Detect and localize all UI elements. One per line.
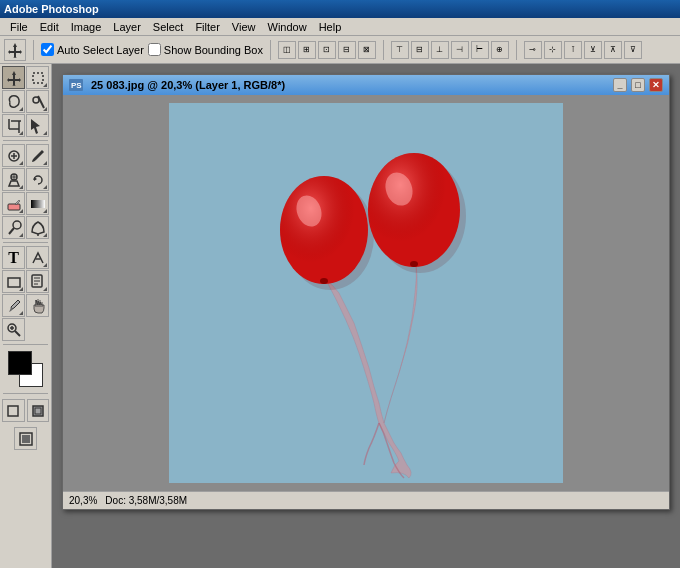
heal-tool[interactable] bbox=[2, 144, 25, 167]
transform-btn-5[interactable]: ⊠ bbox=[358, 41, 376, 59]
eyedropper-tool[interactable] bbox=[2, 294, 25, 317]
tool-row-3 bbox=[2, 114, 49, 137]
distrib-btn-1[interactable]: ⊸ bbox=[524, 41, 542, 59]
distrib-btn-2[interactable]: ⊹ bbox=[544, 41, 562, 59]
svg-rect-2 bbox=[33, 73, 43, 83]
notes-tool[interactable] bbox=[26, 270, 49, 293]
magic-wand-tool[interactable] bbox=[26, 90, 49, 113]
quick-mask-btn[interactable] bbox=[27, 399, 50, 422]
transform-btn-4[interactable]: ⊟ bbox=[338, 41, 356, 59]
text-tool[interactable]: T bbox=[2, 246, 25, 269]
photo-canvas[interactable] bbox=[169, 103, 563, 483]
svg-marker-0 bbox=[8, 43, 22, 58]
tool-row-10 bbox=[2, 294, 49, 317]
marquee-tool[interactable] bbox=[26, 66, 49, 89]
align-btn-group: ⊤ ⊟ ⊥ ⊣ ⊢ ⊕ bbox=[391, 41, 509, 59]
doc-close-btn[interactable]: ✕ bbox=[649, 78, 663, 92]
lasso-tool[interactable] bbox=[2, 90, 25, 113]
path-select-tool[interactable] bbox=[26, 246, 49, 269]
history-brush-tool[interactable] bbox=[26, 168, 49, 191]
gradient-tool[interactable] bbox=[26, 192, 49, 215]
align-btn-6[interactable]: ⊕ bbox=[491, 41, 509, 59]
move-tool-options-icon[interactable] bbox=[4, 39, 26, 61]
balloon-image bbox=[169, 103, 563, 483]
svg-marker-1 bbox=[7, 71, 21, 86]
distrib-btn-4[interactable]: ⊻ bbox=[584, 41, 602, 59]
options-separator-2 bbox=[270, 40, 271, 60]
svg-rect-17 bbox=[8, 204, 20, 210]
transform-btn-2[interactable]: ⊞ bbox=[298, 41, 316, 59]
toolbox-sep-1 bbox=[3, 140, 48, 141]
toolbox-sep-3 bbox=[3, 344, 48, 345]
doc-restore-btn[interactable]: □ bbox=[631, 78, 645, 92]
quick-mask-area bbox=[2, 399, 49, 422]
menu-item-filter[interactable]: Filter bbox=[189, 20, 225, 34]
crop-tool[interactable] bbox=[2, 114, 25, 137]
svg-rect-18 bbox=[31, 200, 45, 208]
auto-select-checkbox[interactable] bbox=[41, 43, 54, 56]
menu-item-window[interactable]: Window bbox=[262, 20, 313, 34]
svg-rect-23 bbox=[8, 278, 20, 287]
shape-tool[interactable] bbox=[2, 270, 25, 293]
bounding-box-checkbox[interactable] bbox=[148, 43, 161, 56]
tool-row-2 bbox=[2, 90, 49, 113]
tool-row-4 bbox=[2, 144, 49, 167]
distrib-btn-3[interactable]: ⊺ bbox=[564, 41, 582, 59]
distrib-btn-group: ⊸ ⊹ ⊺ ⊻ ⊼ ⊽ bbox=[524, 41, 642, 59]
app-title-bar: Adobe Photoshop bbox=[0, 0, 680, 18]
pen-tool[interactable] bbox=[26, 216, 49, 239]
auto-select-label: Auto Select Layer bbox=[57, 44, 144, 56]
canvas-container: PS 25 083.jpg @ 20,3% (Layer 1, RGB/8*) … bbox=[52, 64, 680, 568]
transform-btn-1[interactable]: ◫ bbox=[278, 41, 296, 59]
zoom-tool[interactable] bbox=[2, 318, 25, 341]
svg-rect-39 bbox=[169, 103, 563, 483]
brush-tool[interactable] bbox=[26, 144, 49, 167]
doc-minimize-btn[interactable]: _ bbox=[613, 78, 627, 92]
slice-tool[interactable] bbox=[26, 114, 49, 137]
toolbox-sep-2 bbox=[3, 242, 48, 243]
distrib-btn-5[interactable]: ⊼ bbox=[604, 41, 622, 59]
align-btn-2[interactable]: ⊟ bbox=[411, 41, 429, 59]
svg-point-47 bbox=[368, 153, 460, 267]
transform-btn-group: ◫ ⊞ ⊡ ⊟ ⊠ bbox=[278, 41, 376, 59]
hand-tool[interactable] bbox=[26, 294, 49, 317]
app-title: Adobe Photoshop bbox=[4, 3, 676, 15]
document-title-bar: PS 25 083.jpg @ 20,3% (Layer 1, RGB/8*) … bbox=[63, 75, 669, 95]
toolbox: T bbox=[0, 64, 52, 568]
clone-tool[interactable] bbox=[2, 168, 25, 191]
menu-item-edit[interactable]: Edit bbox=[34, 20, 65, 34]
document-window: PS 25 083.jpg @ 20,3% (Layer 1, RGB/8*) … bbox=[62, 74, 670, 510]
options-separator-4 bbox=[516, 40, 517, 60]
standard-mode-btn[interactable] bbox=[2, 399, 25, 422]
svg-point-42 bbox=[280, 176, 368, 284]
svg-line-29 bbox=[15, 331, 20, 336]
svg-point-19 bbox=[13, 221, 21, 229]
align-btn-1[interactable]: ⊤ bbox=[391, 41, 409, 59]
auto-select-group: Auto Select Layer bbox=[41, 43, 144, 56]
bounding-box-label: Show Bounding Box bbox=[164, 44, 263, 56]
svg-line-20 bbox=[9, 228, 14, 234]
toolbox-sep-4 bbox=[3, 393, 48, 394]
transform-btn-3[interactable]: ⊡ bbox=[318, 41, 336, 59]
svg-point-44 bbox=[320, 278, 328, 284]
screen-mode-btn[interactable] bbox=[14, 427, 37, 450]
menu-item-view[interactable]: View bbox=[226, 20, 262, 34]
menu-item-file[interactable]: File bbox=[4, 20, 34, 34]
menu-item-image[interactable]: Image bbox=[65, 20, 108, 34]
eraser-tool[interactable] bbox=[2, 192, 25, 215]
menu-item-layer[interactable]: Layer bbox=[107, 20, 147, 34]
align-btn-4[interactable]: ⊣ bbox=[451, 41, 469, 59]
doc-info: Doc: 3,58M/3,58M bbox=[105, 495, 187, 506]
screen-mode-area bbox=[2, 427, 49, 450]
distrib-btn-6[interactable]: ⊽ bbox=[624, 41, 642, 59]
svg-point-49 bbox=[410, 261, 418, 267]
align-btn-5[interactable]: ⊢ bbox=[471, 41, 489, 59]
main-area: T bbox=[0, 64, 680, 568]
svg-marker-9 bbox=[31, 119, 40, 134]
align-btn-3[interactable]: ⊥ bbox=[431, 41, 449, 59]
dodge-tool[interactable] bbox=[2, 216, 25, 239]
foreground-color-swatch[interactable] bbox=[8, 351, 32, 375]
menu-item-help[interactable]: Help bbox=[313, 20, 348, 34]
menu-item-select[interactable]: Select bbox=[147, 20, 190, 34]
move-tool[interactable] bbox=[2, 66, 25, 89]
